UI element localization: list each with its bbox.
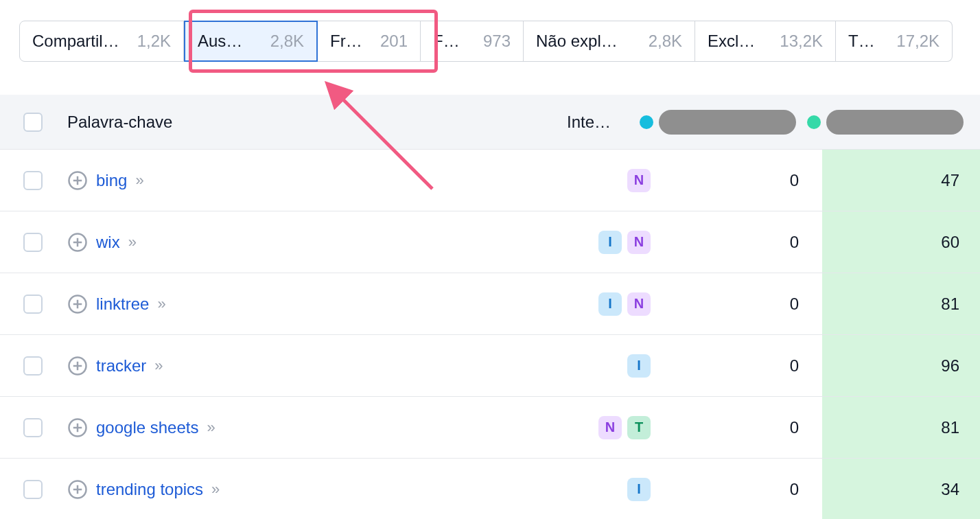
intent-badge-i: I [627, 354, 651, 378]
table-row: linktree»IN081 [0, 273, 980, 335]
redacted-label [826, 110, 964, 135]
row-checkbox[interactable] [23, 418, 43, 437]
metric-a-value: 0 [651, 171, 822, 190]
intent-badge-n: N [627, 292, 651, 316]
intent-badge-i: I [627, 478, 651, 501]
row-checkbox[interactable] [23, 233, 43, 252]
keyword-link[interactable]: trending topics [96, 480, 203, 499]
keyword-link[interactable]: wix [96, 233, 120, 252]
filter-tabs: Compartil… 1,2K Aus… 2,8K Fr… 201 F… 973… [0, 0, 980, 62]
add-circle-icon[interactable] [67, 479, 88, 500]
tab-label: Aus… [198, 32, 242, 51]
tab-excl[interactable]: Excl… 13,2K [695, 21, 836, 62]
keyword-link[interactable]: linktree [96, 295, 149, 314]
table-row: trending topics»I034 [0, 459, 980, 519]
intent-badge-n: N [627, 231, 651, 254]
metric-b-value: 47 [822, 150, 980, 211]
keyword-cell: trending topics» [67, 479, 575, 500]
tab-label: Compartil… [32, 32, 119, 51]
tab-count: 2,8K [270, 32, 304, 51]
table-row: google sheets»NT081 [0, 397, 980, 459]
column-header-keyword[interactable]: Palavra-chave [67, 113, 567, 132]
column-header-metric-b[interactable] [807, 110, 980, 135]
tab-count: 17,2K [896, 32, 940, 51]
tab-count: 2,8K [649, 32, 682, 51]
keyword-link[interactable]: google sheets [96, 418, 198, 437]
tab-fr[interactable]: Fr… 201 [318, 21, 421, 62]
intent-badge-i: I [598, 292, 622, 316]
intent-badge-n: N [627, 169, 651, 192]
metric-a-value: 0 [651, 233, 822, 252]
table-body: bing»N047wix»IN060linktree»IN081tracker»… [0, 150, 980, 519]
intent-badge-n: N [598, 416, 622, 439]
tab-count: 1,2K [137, 32, 171, 51]
add-circle-icon[interactable] [67, 417, 88, 438]
row-checkbox[interactable] [23, 171, 43, 190]
chevron-right-icon[interactable]: » [154, 357, 160, 375]
intent-badge-i: I [598, 231, 622, 254]
tab-aus[interactable]: Aus… 2,8K [184, 21, 318, 62]
add-circle-icon[interactable] [67, 170, 88, 191]
dot-icon [807, 115, 821, 129]
metric-a-value: 0 [651, 480, 822, 499]
keyword-link[interactable]: tracker [96, 356, 146, 376]
metric-b-value: 60 [822, 211, 980, 273]
chevron-right-icon[interactable]: » [135, 172, 141, 189]
chevron-right-icon[interactable]: » [211, 481, 217, 498]
row-checkbox[interactable] [23, 356, 43, 376]
tab-count: 13,2K [780, 32, 823, 51]
dot-icon [640, 115, 653, 129]
metric-a-value: 0 [651, 356, 822, 376]
intent-cell: N [575, 169, 651, 192]
table-header: Palavra-chave Inte… [0, 95, 980, 150]
tab-label: F… [433, 32, 460, 51]
metric-b-value: 81 [822, 397, 980, 458]
keyword-cell: linktree» [67, 294, 575, 314]
chevron-right-icon[interactable]: » [128, 233, 134, 251]
intent-cell: I [575, 354, 651, 378]
keyword-cell: wix» [67, 232, 575, 253]
add-circle-icon[interactable] [67, 232, 88, 253]
column-header-intent[interactable]: Inte… [567, 113, 629, 132]
tab-f[interactable]: F… 973 [421, 21, 524, 62]
tab-label: T… [848, 32, 875, 51]
intent-cell: NT [575, 416, 651, 439]
tab-compartil[interactable]: Compartil… 1,2K [19, 21, 184, 62]
table-row: wix»IN060 [0, 211, 980, 273]
intent-cell: IN [575, 231, 651, 254]
metric-b-value: 81 [822, 273, 980, 334]
add-circle-icon[interactable] [67, 356, 88, 376]
intent-cell: I [575, 478, 651, 501]
keyword-cell: bing» [67, 170, 575, 191]
chevron-right-icon[interactable]: » [207, 419, 212, 437]
redacted-label [659, 110, 796, 135]
tab-label: Excl… [708, 32, 755, 51]
column-header-metric-a[interactable] [640, 110, 796, 135]
keyword-link[interactable]: bing [96, 171, 127, 190]
select-all-checkbox[interactable] [23, 113, 43, 132]
row-checkbox[interactable] [23, 480, 43, 499]
metric-a-value: 0 [651, 418, 822, 437]
table-row: tracker»I096 [0, 335, 980, 397]
intent-badge-t: T [627, 416, 651, 439]
tab-t[interactable]: T… 17,2K [836, 21, 953, 62]
tab-label: Não expl… [536, 32, 618, 51]
table-row: bing»N047 [0, 150, 980, 211]
tab-nao-expl[interactable]: Não expl… 2,8K [524, 21, 695, 62]
intent-cell: IN [575, 292, 651, 316]
row-checkbox[interactable] [23, 295, 43, 314]
tab-label: Fr… [330, 32, 362, 51]
tab-count: 201 [380, 32, 408, 51]
add-circle-icon[interactable] [67, 294, 88, 314]
metric-a-value: 0 [651, 295, 822, 314]
keyword-cell: tracker» [67, 356, 575, 376]
metric-b-value: 34 [822, 459, 980, 519]
metric-b-value: 96 [822, 335, 980, 396]
tab-count: 973 [483, 32, 511, 51]
chevron-right-icon[interactable]: » [157, 295, 163, 313]
keyword-cell: google sheets» [67, 417, 575, 438]
